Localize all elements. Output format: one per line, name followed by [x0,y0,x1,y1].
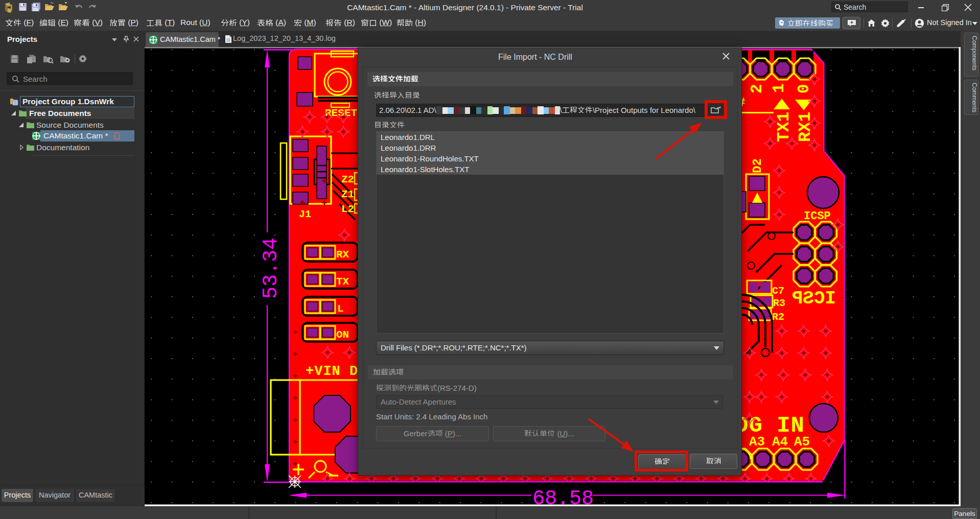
svg-text:RX: RX [336,249,349,261]
svg-text:A5: A5 [794,434,810,450]
svg-text:TX1: TX1 [775,112,794,142]
svg-text:A4: A4 [772,434,788,450]
svg-text:68.58: 68.58 [532,487,594,506]
svg-text:ICSP: ICSP [792,288,836,309]
svg-text:R2: R2 [772,311,784,323]
svg-text:L2: L2 [341,203,354,215]
svg-text:0: 0 [795,84,813,93]
svg-text:D2: D2 [751,158,764,173]
svg-text:RX1: RX1 [796,112,815,142]
svg-text:ON: ON [336,329,349,341]
svg-text:R3: R3 [773,297,785,309]
svg-text:C7: C7 [772,285,784,297]
svg-text:1: 1 [770,83,788,93]
svg-text:2: 2 [748,84,766,93]
svg-text:Z1: Z1 [341,188,354,200]
svg-text:A3: A3 [749,434,765,450]
svg-text:L: L [337,303,344,315]
svg-text:RESET: RESET [325,107,357,119]
svg-text:TX: TX [336,276,349,288]
svg-text:J1: J1 [299,208,311,220]
svg-text:+VIN D: +VIN D [306,364,358,379]
svg-text:53.34: 53.34 [260,238,283,299]
svg-text:ICSP: ICSP [804,210,831,223]
svg-text:Z2: Z2 [341,174,354,185]
